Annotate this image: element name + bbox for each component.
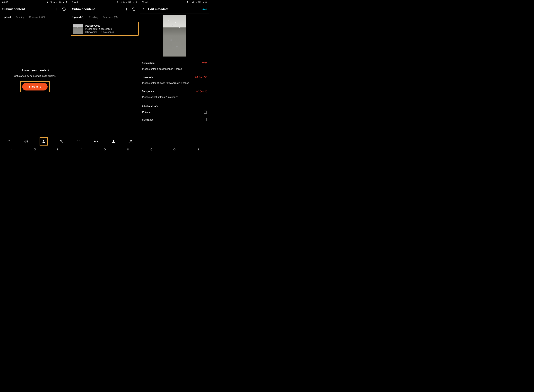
screen-upload-empty: 09:43 VoI)LTE1 Submit content Upload Pen… [0,0,70,154]
thumbnail [73,24,83,34]
upload-meta: #3165972093 Please enter a description 0… [85,24,114,33]
edit-form: Description 0/200 Please enter a descrip… [140,14,210,154]
back-button[interactable] [141,5,147,13]
signal-icon [62,1,65,3]
tab-upload[interactable]: Upload [3,16,11,20]
battery-icon [135,1,137,3]
home-icon [76,140,81,143]
mute-icon [123,1,125,3]
description-field-header: Description 0/200 [142,61,207,65]
chevron-left-icon [80,148,83,151]
status-icons: VoI)LTE1 [47,1,67,4]
keywords-field-header: Keywords 0/7 (max 50) [142,75,207,79]
nav-home[interactable] [173,148,176,152]
start-here-button[interactable]: Start here [22,83,48,90]
description-label: Description [142,62,154,64]
upload-icon [111,140,115,143]
editorial-checkbox[interactable] [204,111,207,113]
description-counter: 0/200 [202,62,207,64]
home-icon [7,140,11,143]
bars-icon [126,148,130,151]
tab-reviewed[interactable]: Reviewed (85) [103,16,118,20]
nav-back[interactable] [150,148,153,152]
alarm-icon [50,1,52,3]
battery-icon [205,1,207,3]
add-button[interactable] [123,5,130,13]
tabs: Upload (1) Pending Reviewed (85) [70,14,140,20]
tab-home[interactable] [5,137,13,145]
plus-icon [124,7,129,11]
lte-label: VoI)LTE1 [58,1,62,4]
android-nav-bar [0,146,70,154]
refresh-button[interactable] [60,5,67,13]
categories-input[interactable]: Please select at least 1 category [142,93,207,103]
description-input[interactable]: Please enter a description in English [142,65,207,75]
nav-back[interactable] [10,148,13,152]
status-icons: VoI)LTE1 [117,1,137,4]
header: Submit content [0,5,70,14]
editorial-label: Editorial [142,111,151,113]
status-icons: VoI)LTE1 [186,1,207,4]
nav-recents[interactable] [196,148,200,152]
save-button[interactable]: Save [201,8,208,11]
upload-list: #3165972093 Please enter a description 0… [70,20,140,37]
status-bar: 09:43 VoI)LTE1 [0,0,70,5]
editorial-row[interactable]: Editorial [142,108,207,116]
page-title: Submit content [72,7,123,11]
tab-pending[interactable]: Pending [89,16,98,20]
android-nav-bar [140,146,210,154]
categories-label: Categories [142,90,154,93]
back-icon [142,7,146,11]
upload-description-prompt: Please enter a description [85,28,114,30]
chevron-left-icon [150,148,153,151]
bottom-tab-bar [0,137,70,146]
categories-counter: 0/1 (max 2) [196,90,207,93]
nav-back[interactable] [80,148,83,152]
wifi-icon [56,1,58,3]
keywords-counter: 0/7 (max 50) [195,76,207,78]
nav-recents[interactable] [126,148,130,152]
illustration-row[interactable]: Illustration [142,116,207,123]
alarm-icon [186,1,189,3]
alarm-icon [117,1,119,3]
lte-label: VoI)LTE1 [128,1,131,4]
add-button[interactable] [53,5,60,13]
nav-home[interactable] [103,148,106,152]
preview-image [163,15,186,56]
header: Edit metadata Save [140,5,210,14]
categories-field-header: Categories 0/1 (max 2) [142,89,207,93]
screen-edit-metadata: 09:44 VoI)LTE1 Edit metadata Save Descri… [140,0,210,154]
empty-title: Upload your content [21,69,49,72]
tab-upload[interactable]: Upload (1) [72,16,84,20]
tab-profile[interactable] [57,137,65,145]
bars-icon [196,148,200,151]
tab-earnings[interactable] [22,137,30,145]
keywords-input[interactable]: Please enter at least 7 keywords in Engl… [142,79,207,89]
mute-icon [53,1,55,3]
page-title: Submit content [2,7,53,11]
nav-recents[interactable] [57,148,60,152]
wifi-icon [195,1,197,3]
upload-item[interactable]: #3165972093 Please enter a description 0… [71,22,139,36]
dollar-icon [94,140,98,143]
user-icon [129,140,133,143]
illustration-checkbox[interactable] [204,118,207,121]
tab-earnings[interactable] [92,137,100,145]
tab-home[interactable] [74,137,83,145]
tab-profile[interactable] [127,137,135,145]
refresh-button[interactable] [130,5,137,13]
square-icon [33,148,36,151]
lte-label: VoI)LTE1 [198,1,201,4]
refresh-icon [132,7,136,11]
status-bar: 09:44 VoI)LTE1 [140,0,210,5]
empty-subtitle: Get started by selecting files to submit… [14,75,56,77]
tab-reviewed[interactable]: Reviewed (85) [29,16,45,20]
tab-upload-nav[interactable] [109,137,118,145]
header: Submit content [70,5,140,14]
tab-upload-nav[interactable] [40,137,48,145]
highlight-frame: Start here [20,81,50,92]
alarm-icon [119,1,122,3]
illustration-label: Illustration [142,118,153,121]
nav-home[interactable] [33,148,36,152]
tab-pending[interactable]: Pending [15,16,24,20]
